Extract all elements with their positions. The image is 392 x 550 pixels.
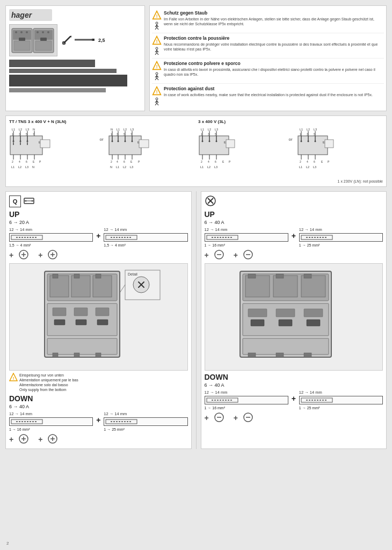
svg-line-54 <box>157 103 158 105</box>
install-box-right: UP 6 → 40 A 12 → 14 mm 1 → 16 mm² + <box>201 191 387 449</box>
svg-text:L1: L1 <box>200 165 204 169</box>
warning-item-fr: ! Protection contre la <box>152 33 384 59</box>
connector-icon-3 <box>16 433 32 445</box>
worker-icon-en <box>152 97 162 106</box>
product-image <box>9 24 57 56</box>
svg-text:E: E <box>323 141 325 144</box>
wiring-right-title: 3 x 400 V (3L) <box>198 119 383 124</box>
cable-spec-text-r3: 1 → 16 mm² <box>205 406 288 410</box>
plus-conn-r3: + <box>205 414 209 422</box>
svg-line-37 <box>155 53 157 55</box>
cable-box-r3 <box>205 396 288 404</box>
wiring-diagram-2: N L1 L2 L3 1 3 5 7 <box>108 126 194 178</box>
warning-item-en: ! Protection against du <box>152 84 384 108</box>
wiring-left-title: TT / TNS 3 x 400 V + N (3LN) <box>9 119 194 124</box>
svg-text:1: 1 <box>201 133 202 136</box>
connector-icon-r4 <box>240 412 256 424</box>
q-icon-box: Q <box>9 196 21 207</box>
warning-icons-de: ! <box>152 10 162 31</box>
cable-box-r1 <box>205 233 288 242</box>
svg-text:L3: L3 <box>25 165 28 169</box>
svg-text:5: 5 <box>314 133 315 136</box>
warning-note-left: ! Einspeisung nur von unten Alimentation… <box>9 373 188 392</box>
worker-icon-fr <box>152 46 162 56</box>
wiring-diagrams-section: TT / TNS 3 x 400 V + N (3LN) L1 L2 L3 N <box>5 115 387 187</box>
down-label-right: DOWN <box>205 373 383 381</box>
cable-dim-r4: 12 → 14 mm <box>299 390 383 395</box>
install-header-left: Q <box>9 195 188 208</box>
cable-spec-text-r2: 1 → 25 mm² <box>299 243 383 247</box>
svg-text:E: E <box>222 160 224 163</box>
up-ampere-right: 6 → 40 A <box>205 220 383 225</box>
cable-specs-down-right: 12 → 14 mm 1 → 16 mm² + 12 → 14 mm <box>205 390 383 410</box>
plus-sign-3: + <box>96 411 100 424</box>
cable-spec-text-1: 1,5 → 4 mm² <box>9 243 93 247</box>
svg-text:3: 3 <box>19 133 20 136</box>
svg-text:1: 1 <box>12 133 13 136</box>
svg-point-25 <box>156 22 158 24</box>
wiring-right-diagrams: L1 L2 L3 1 3 5 <box>198 126 383 183</box>
svg-text:P: P <box>138 160 140 163</box>
warning-text-it: Protezione contro polvere e sporco In ca… <box>164 61 384 77</box>
wiring-diagram-3: L1 L2 L3 1 3 5 <box>198 126 284 178</box>
warning-title-de: Schutz gegen Staub <box>164 10 384 16</box>
svg-text:5: 5 <box>26 133 27 136</box>
svg-text:E: E <box>321 160 323 163</box>
svg-text:L2: L2 <box>18 165 21 169</box>
plus-sign-r3: + <box>292 390 296 403</box>
page-number: 2 <box>6 541 9 546</box>
svg-text:!: ! <box>156 14 158 19</box>
svg-point-72 <box>20 141 21 142</box>
cable-spec-text-3: 1 → 16 mm² <box>9 428 93 431</box>
plus-sign-1: + <box>96 227 100 240</box>
svg-rect-67 <box>10 136 42 155</box>
svg-point-11 <box>37 31 39 33</box>
plus-conn-r2: + <box>234 251 238 259</box>
svg-text:5: 5 <box>124 133 125 136</box>
additional-info-bar <box>9 88 106 92</box>
svg-rect-210 <box>74 274 79 278</box>
warning-body-de: Im Falle von Arbeiten in der Nähe von el… <box>164 17 384 26</box>
svg-point-111 <box>124 141 126 142</box>
cable-spec-1: 12 → 14 mm 1,5 → 4 mm² <box>9 227 93 247</box>
svg-rect-218 <box>97 320 108 325</box>
svg-rect-269 <box>276 353 284 357</box>
svg-point-9 <box>20 31 23 33</box>
svg-text:1: 1 <box>300 133 301 136</box>
cable-spec-r2: 12 → 14 mm 1 → 25 mm² <box>299 227 383 247</box>
model-number-bar <box>9 75 127 86</box>
svg-text:!: ! <box>156 90 158 95</box>
svg-text:Detail: Detail <box>128 272 137 276</box>
svg-rect-262 <box>276 309 295 317</box>
svg-point-8 <box>15 31 17 33</box>
install-box-left: Q UP 6 → 20 A 12 → 14 mm <box>5 191 192 449</box>
svg-text:6: 6 <box>314 160 315 163</box>
svg-text:5: 5 <box>215 133 216 136</box>
svg-point-49 <box>156 98 158 100</box>
cable-dim-r1: 12 → 14 mm <box>205 227 288 232</box>
warning-item-it: ! Protezione contro pol <box>152 59 384 84</box>
svg-rect-209 <box>53 274 58 278</box>
cable-spec-r3: 12 → 14 mm 1 → 16 mm² <box>205 390 288 410</box>
svg-rect-14 <box>19 38 25 41</box>
svg-text:6: 6 <box>124 160 125 163</box>
svg-point-107 <box>111 141 113 142</box>
svg-text:3: 3 <box>208 133 209 136</box>
svg-line-228 <box>120 285 125 293</box>
cable-spec-text-r4: 1 → 25 mm² <box>299 406 383 410</box>
svg-rect-259 <box>304 274 311 278</box>
svg-rect-217 <box>76 320 86 325</box>
svg-text:P: P <box>328 160 330 163</box>
svg-text:7: 7 <box>130 133 132 136</box>
svg-rect-256 <box>301 276 325 297</box>
plus-sign-r1: + <box>292 227 296 240</box>
svg-text:!: ! <box>13 376 14 381</box>
warning-text-fr: Protection contre la poussière Nous reco… <box>164 35 384 52</box>
installation-section: Q UP 6 → 20 A 12 → 14 mm <box>5 191 387 449</box>
cable-spec-text-2: 1,5 → 4 mm² <box>104 243 187 247</box>
connector-icon-r3 <box>211 412 227 424</box>
svg-text:E: E <box>130 160 133 163</box>
main-page: hager <box>0 0 392 550</box>
or-label-2: or <box>287 137 293 142</box>
svg-rect-268 <box>248 353 256 357</box>
